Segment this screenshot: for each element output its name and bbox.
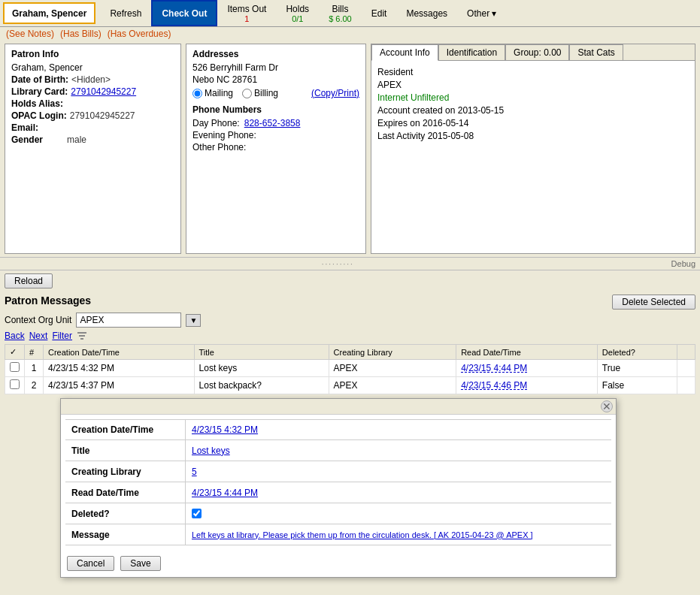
reload-bar: Reload [0, 270, 700, 291]
modal-body: Creation Date/Time 4/23/15 4:32 PM Title… [61, 415, 616, 550]
refresh-button[interactable]: Refresh [100, 0, 151, 26]
mailing-radio[interactable] [192, 89, 202, 98]
row1-actions [677, 360, 695, 377]
modal-creation-label: Creation Date/Time [65, 420, 186, 439]
row2-library: APEX [329, 377, 456, 394]
addresses-panel: Addresses 526 Berryhill Farm Dr Nebo NC … [186, 44, 366, 254]
modal-library-value: 5 [186, 461, 611, 482]
account-line-apex: APEX [377, 80, 689, 90]
next-link[interactable]: Next [29, 331, 48, 341]
dob-value: <Hidden> [71, 74, 111, 85]
account-line-resident: Resident [377, 67, 689, 77]
opac-login-row: OPAC Login: 2791042945227 [11, 110, 174, 121]
resize-handle[interactable]: ········· [5, 260, 671, 268]
tab-identification[interactable]: Identification [438, 44, 505, 60]
copy-print-link[interactable]: (Copy/Print) [311, 88, 359, 98]
tab-stat-cats[interactable]: Stat Cats [569, 44, 623, 60]
see-notes-link[interactable]: (See Notes) [6, 29, 54, 39]
account-line-activity: Last Activity 2015-05-08 [377, 131, 689, 141]
modal-read-value: 4/23/15 4:44 PM [186, 482, 611, 503]
back-link[interactable]: Back [5, 331, 25, 341]
nav-links: Back Next Filter [5, 331, 695, 341]
modal-message-row: Message Left keys at library. Please pic… [65, 524, 611, 545]
row2-actions [677, 377, 695, 394]
debug-link[interactable]: Debug [671, 259, 695, 268]
top-nav: Refresh Check Out Items Out 1 Holds 0/1 … [100, 0, 697, 26]
has-overdues-link[interactable]: (Has Overdues) [108, 29, 171, 39]
col-header-library: Creating Library [329, 345, 456, 360]
modal-deleted-label: Deleted? [65, 503, 186, 524]
dob-row: Date of Birth: <Hidden> [11, 74, 174, 85]
library-card-label: Library Card: [11, 86, 68, 97]
modal-creation-value: 4/23/15 4:32 PM [186, 420, 611, 439]
has-bills-link[interactable]: (Has Bills) [60, 29, 102, 39]
row1-read: 4/23/15 4:44 PM [456, 360, 598, 377]
modal-read-label: Read Date/Time [65, 482, 186, 503]
context-org-label: Context Org Unit [5, 315, 71, 325]
modal-footer: Cancel Save [61, 550, 616, 577]
table-row: 2 4/23/15 4:37 PM Lost backpack? APEX 4/… [5, 377, 695, 394]
modal-cancel-button[interactable]: Cancel [67, 556, 114, 571]
context-org-dropdown[interactable]: ▼ [186, 314, 201, 327]
modal-creation-link[interactable]: 4/23/15 4:32 PM [192, 424, 258, 435]
billing-radio-label[interactable]: Billing [242, 88, 278, 98]
day-phone-label: Day Phone: [192, 118, 240, 128]
bills-badge: $ 6.00 [329, 14, 352, 23]
modal-library-link[interactable]: 5 [192, 467, 197, 477]
modal-header: ✕ [61, 399, 616, 415]
table-row: 1 4/23/15 4:32 PM Lost keys APEX 4/23/15… [5, 360, 695, 377]
row2-read: 4/23/15 4:46 PM [456, 377, 598, 394]
holds-button[interactable]: Holds 0/1 [276, 0, 319, 26]
items-out-badge: 1 [244, 14, 249, 23]
edit-button[interactable]: Edit [362, 0, 397, 26]
holds-alias-row: Holds Alias: [11, 98, 174, 109]
messages-button[interactable]: Messages [396, 0, 457, 26]
row1-checkbox[interactable] [10, 362, 20, 372]
modal-title-value: Lost keys [186, 440, 611, 461]
delete-selected-button[interactable]: Delete Selected [612, 294, 695, 310]
opac-login-label: OPAC Login: [11, 110, 67, 121]
row1-library: APEX [329, 360, 456, 377]
address-line2: Nebo NC 28761 [192, 74, 359, 85]
mailing-radio-label[interactable]: Mailing [192, 88, 233, 98]
bills-button[interactable]: Bills $ 6.00 [319, 0, 362, 26]
messages-toolbar: Patron Messages Delete Selected [5, 294, 695, 310]
col-header-title: Title [194, 345, 329, 360]
gender-row: Gender male [11, 134, 174, 145]
message-detail-modal: ✕ Creation Date/Time 4/23/15 4:32 PM Tit… [60, 398, 617, 578]
filter-link[interactable]: Filter [52, 331, 72, 341]
address-line1: 526 Berryhill Farm Dr [192, 62, 359, 73]
modal-title-link[interactable]: Lost keys [192, 445, 230, 456]
messages-title: Patron Messages [5, 294, 91, 307]
dob-label: Date of Birth: [11, 74, 68, 85]
other-button[interactable]: Other ▾ [457, 0, 506, 26]
col-header-creation: Creation Date/Time [44, 345, 195, 360]
items-out-button[interactable]: Items Out 1 [217, 0, 276, 26]
phone-title: Phone Numbers [192, 104, 359, 115]
reload-button[interactable]: Reload [5, 273, 53, 288]
row2-deleted: False [597, 377, 677, 394]
row1-title: Lost keys [194, 360, 329, 377]
modal-close-button[interactable]: ✕ [601, 400, 613, 412]
messages-section: Patron Messages Delete Selected Context … [0, 291, 700, 397]
modal-library-label: Creating Library [65, 461, 186, 482]
context-org-input[interactable] [76, 313, 181, 328]
row2-checkbox[interactable] [10, 379, 20, 389]
modal-title-label: Title [65, 440, 186, 461]
modal-deleted-row: Deleted? [65, 503, 611, 524]
billing-radio[interactable] [242, 89, 252, 98]
messages-table: ✓ # Creation Date/Time Title Creating Li… [5, 344, 695, 394]
row2-title: Lost backpack? [194, 377, 329, 394]
col-header-deleted: Deleted? [597, 345, 677, 360]
checkout-button[interactable]: Check Out [151, 0, 217, 26]
modal-read-link[interactable]: 4/23/15 4:44 PM [192, 488, 258, 498]
library-card-link[interactable]: 2791042945227 [71, 86, 136, 97]
row1-num: 1 [25, 360, 44, 377]
holds-alias-label: Holds Alias: [11, 98, 64, 109]
tab-group[interactable]: Group: 0.00 [505, 44, 569, 60]
tab-account-info[interactable]: Account Info [371, 44, 438, 61]
account-info-content: Resident APEX Internet Unfiltered Accoun… [371, 61, 695, 253]
day-phone-value[interactable]: 828-652-3858 [244, 118, 301, 128]
modal-save-button[interactable]: Save [120, 556, 160, 571]
modal-deleted-checkbox[interactable] [192, 509, 202, 518]
